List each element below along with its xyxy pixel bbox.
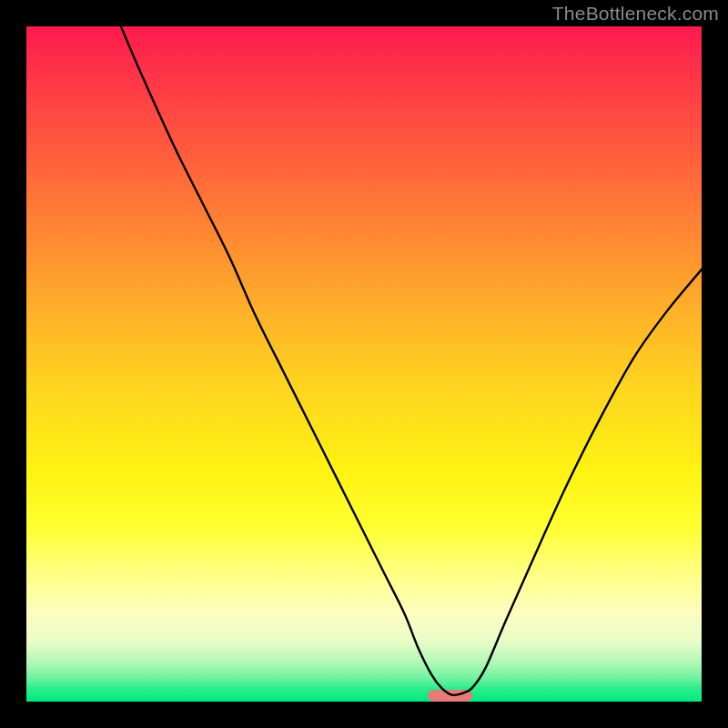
plot-area: [26, 26, 702, 702]
chart-frame: TheBottleneck.com: [0, 0, 728, 728]
watermark-label: TheBottleneck.com: [552, 3, 719, 25]
bottleneck-curve: [26, 26, 702, 702]
